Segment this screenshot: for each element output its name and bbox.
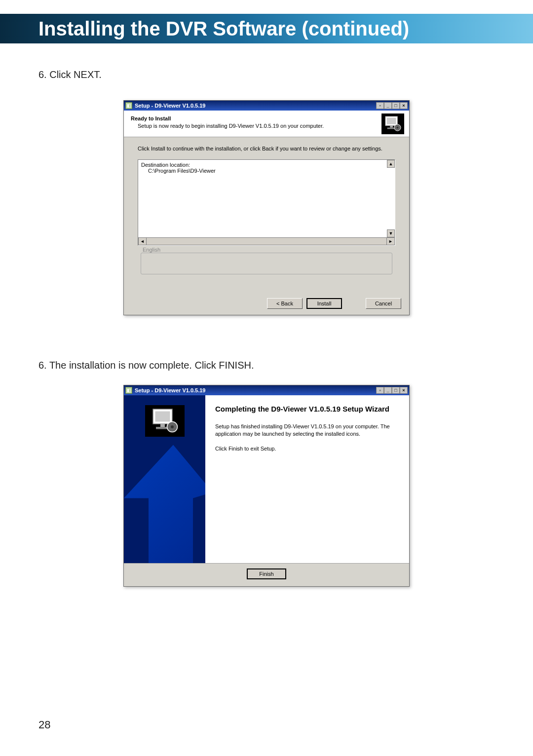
computer-disc-icon	[381, 113, 404, 134]
page-content: 6. Click NEXT. ◧ Setup - D9-Viewer V1.0.…	[38, 69, 495, 587]
installer-ready-window: ◧ Setup - D9-Viewer V1.0.5.19 ▫ _ □ × Re…	[123, 100, 410, 315]
destination-path: C:\Program Files\D9-Viewer	[141, 168, 392, 174]
wizard-header: Ready to Install Setup is now ready to b…	[124, 111, 409, 137]
scroll-up-icon[interactable]: ▲	[387, 160, 395, 168]
installer-finish-window: ◧ Setup - D9-Viewer V1.0.5.19 ▫ _ □ × Co…	[123, 385, 410, 587]
destination-label: Destination location:	[141, 162, 392, 168]
setup-app-icon: ◧	[125, 387, 132, 394]
window-controls: ▫ _ □ ×	[376, 102, 408, 109]
wizard-subtitle: Setup is now ready to begin installing D…	[131, 123, 402, 129]
finish-p1: Setup has finished installing D9-Viewer …	[215, 423, 399, 438]
install-button[interactable]: Install	[306, 298, 342, 309]
language-label: English	[141, 247, 162, 253]
scroll-left-icon[interactable]: ◄	[139, 238, 147, 245]
finish-p2: Click Finish to exit Setup.	[215, 445, 399, 453]
install-instruction: Click Install to continue with the insta…	[138, 145, 395, 152]
svg-point-11	[171, 425, 174, 428]
svg-rect-8	[160, 424, 165, 427]
finish-panel: Completing the D9-Viewer V1.0.5.19 Setup…	[205, 395, 409, 563]
minimize-icon[interactable]: _	[384, 387, 392, 394]
scroll-right-icon[interactable]: ►	[386, 238, 394, 245]
wizard-footer: < Back Install Cancel	[124, 294, 409, 315]
wizard-body: Click Install to continue with the insta…	[124, 137, 409, 294]
wizard-title: Ready to Install	[131, 115, 402, 121]
svg-point-5	[397, 127, 399, 129]
close-icon[interactable]: ×	[400, 387, 408, 394]
svg-rect-2	[390, 126, 393, 128]
step-2-text: 6. The installation is now complete. Cli…	[38, 360, 495, 371]
finish-title: Completing the D9-Viewer V1.0.5.19 Setup…	[215, 404, 399, 414]
svg-rect-1	[387, 118, 396, 124]
back-button[interactable]: < Back	[267, 298, 303, 309]
minimize-icon[interactable]: _	[384, 102, 392, 109]
language-group: English	[138, 251, 395, 289]
finish-button[interactable]: Finish	[247, 568, 286, 579]
settings-memo: Destination location: C:\Program Files\D…	[138, 159, 395, 246]
restore-icon[interactable]: ▫	[376, 387, 384, 394]
horizontal-scrollbar[interactable]: ◄ ►	[138, 237, 395, 245]
close-icon[interactable]: ×	[400, 102, 408, 109]
restore-icon[interactable]: ▫	[376, 102, 384, 109]
page-title: Installing the DVR Software (continued)	[38, 18, 409, 40]
step-1-text: 6. Click NEXT.	[38, 69, 495, 80]
setup-app-icon: ◧	[125, 102, 132, 109]
window-controls: ▫ _ □ ×	[376, 387, 408, 394]
svg-rect-7	[155, 412, 170, 422]
page-number: 28	[38, 718, 50, 731]
window-title: Setup - D9-Viewer V1.0.5.19	[135, 103, 376, 109]
computer-disc-icon	[145, 405, 185, 437]
cancel-button[interactable]: Cancel	[366, 298, 401, 309]
maximize-icon[interactable]: □	[392, 102, 400, 109]
window-title: Setup - D9-Viewer V1.0.5.19	[135, 387, 376, 393]
wizard-side-image	[124, 395, 205, 563]
scroll-down-icon[interactable]: ▼	[387, 229, 395, 237]
page-banner: Installing the DVR Software (continued)	[0, 14, 533, 43]
wizard-footer: Finish	[124, 563, 409, 586]
titlebar: ◧ Setup - D9-Viewer V1.0.5.19 ▫ _ □ ×	[124, 385, 409, 395]
wizard-body: Completing the D9-Viewer V1.0.5.19 Setup…	[124, 395, 409, 563]
upward-arrow-graphic	[124, 445, 205, 563]
titlebar: ◧ Setup - D9-Viewer V1.0.5.19 ▫ _ □ ×	[124, 101, 409, 111]
maximize-icon[interactable]: □	[392, 387, 400, 394]
